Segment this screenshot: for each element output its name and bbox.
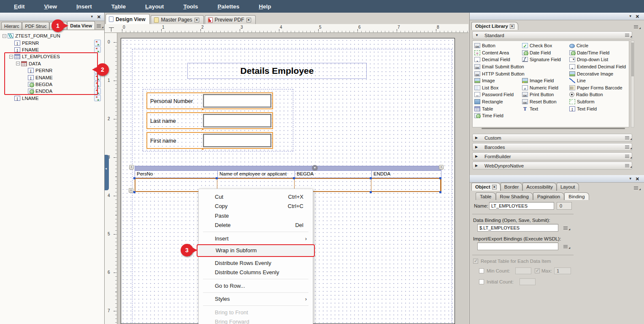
library-item-text-field[interactable]: Text Field: [569, 106, 629, 111]
subtab-binding[interactable]: Binding: [564, 192, 589, 200]
chevron-right-icon[interactable]: ▶: [475, 164, 481, 167]
panel-close-icon[interactable]: ✕: [636, 14, 639, 19]
context-menu-item-distribute-columns-evenly[interactable]: Distribute Columns Evenly: [199, 268, 313, 278]
form-title-text-object[interactable]: Details Employee: [187, 63, 367, 79]
menubar-item-view[interactable]: View: [44, 3, 57, 10]
left-tab-data-view[interactable]: Data View: [67, 21, 95, 30]
data-binding-input[interactable]: $.LT_EMPLOYEES: [477, 224, 558, 232]
library-item-email-submit-button[interactable]: Email Submit Button: [474, 64, 569, 69]
library-item-time-field[interactable]: Time Field: [474, 113, 522, 118]
library-item-numeric-field[interactable]: Numeric Field: [522, 85, 569, 90]
context-menu-item-delete[interactable]: DeleteDel: [199, 221, 313, 230]
panel-menu-arrow-icon[interactable]: ▼: [629, 14, 632, 18]
library-item-password-field[interactable]: Password Field: [474, 92, 522, 97]
library-item-extended-decimal-field[interactable]: Extended Decimal Field: [569, 64, 629, 69]
close-icon[interactable]: ✕: [510, 24, 514, 29]
subtab-pagination[interactable]: Pagination: [533, 192, 564, 200]
tab-layout[interactable]: Layout: [557, 183, 579, 191]
table-grip-icon[interactable]: +: [129, 188, 133, 193]
table-grip-icon[interactable]: +: [129, 165, 134, 170]
selection-handle[interactable]: [133, 191, 135, 193]
context-menu-item-distribute-rows-evenly[interactable]: Distribute Rows Evenly: [199, 258, 313, 268]
table-selection-band[interactable]: + + ▼: [135, 166, 441, 171]
section-standard[interactable]: ▼ Standard: [472, 31, 632, 39]
section-formbuilder[interactable]: ▶FormBuilder: [472, 152, 632, 160]
name-input[interactable]: LT_EMPLOYEES: [489, 202, 554, 210]
library-item-image[interactable]: Image: [474, 78, 522, 83]
library-item-radio-button[interactable]: Radio Button: [569, 92, 629, 97]
tab-object[interactable]: Object✕: [471, 183, 501, 191]
library-item-signature-field[interactable]: Signature Field: [522, 57, 569, 62]
field-input-box[interactable]: [203, 94, 271, 108]
table-grip-icon[interactable]: +: [439, 165, 444, 170]
section-custom[interactable]: ▶Custom: [472, 134, 632, 142]
context-menu-item-insert[interactable]: Insert›: [199, 234, 313, 243]
subtab-table[interactable]: Table: [476, 192, 496, 200]
section-menu-icon[interactable]: [625, 146, 629, 148]
field-personal-number[interactable]: Personal Number▲: [146, 92, 273, 109]
context-menu-item-copy[interactable]: CopyCtrl+C: [199, 202, 313, 211]
section-menu-icon[interactable]: [625, 155, 629, 158]
library-item-rectangle[interactable]: Rectangle: [474, 99, 522, 104]
library-item-date-time-field[interactable]: Date/Time Field: [569, 50, 629, 55]
section-menu-icon[interactable]: [625, 136, 629, 139]
panel-menu-icon[interactable]: [634, 186, 638, 189]
library-item-drop-down-list[interactable]: Drop-down List: [569, 57, 629, 62]
subtab-row-shading[interactable]: Row Shading: [496, 192, 533, 200]
context-menu-item-styles[interactable]: Styles›: [199, 294, 313, 304]
expander-icon[interactable]: −: [3, 34, 6, 38]
selection-handle[interactable]: [370, 191, 372, 193]
panel-menu-icon[interactable]: [634, 25, 638, 28]
panel-menu-arrow-icon[interactable]: ▼: [629, 177, 632, 181]
panel-close-icon[interactable]: ✕: [97, 15, 101, 19]
section-menu-icon[interactable]: [625, 34, 629, 37]
table-header-cell[interactable]: BEGDA: [295, 171, 372, 178]
library-item-content-area[interactable]: Content Area: [474, 50, 522, 55]
doc-tab-master-pages[interactable]: Master Pages✕: [151, 15, 203, 24]
close-icon[interactable]: ✕: [492, 185, 497, 189]
library-item-circle[interactable]: Circle: [569, 43, 629, 48]
library-item-image-field[interactable]: Image Field: [522, 78, 569, 83]
selection-handle[interactable]: [439, 177, 441, 179]
library-horizontal-scrollbar[interactable]: [482, 128, 625, 129]
close-icon[interactable]: ✕: [195, 18, 199, 22]
panel-menu-arrow-icon[interactable]: ▼: [90, 15, 94, 19]
tree-node-lname[interactable]: LNAME◄►: [0, 95, 104, 102]
context-menu-item-wrap-in-subform[interactable]: Wrap in Subform: [200, 246, 312, 256]
binding-dropdown-icon[interactable]: [563, 227, 568, 230]
field-input-box[interactable]: [203, 134, 271, 147]
field-input-box[interactable]: [203, 114, 271, 127]
menubar-item-tools[interactable]: Tools: [183, 3, 198, 10]
menubar-item-layout[interactable]: Layout: [145, 3, 164, 10]
selection-handle[interactable]: [439, 191, 441, 193]
tree-node-pernr[interactable]: PERNR◄►: [0, 39, 104, 46]
library-item-reset-button[interactable]: Reset Button: [522, 99, 569, 104]
field-last-name[interactable]: Last name▲: [146, 112, 273, 129]
chevron-right-icon[interactable]: ▶: [475, 145, 481, 149]
close-icon[interactable]: ✕: [246, 18, 251, 22]
context-menu-item-paste[interactable]: Paste: [199, 211, 313, 221]
design-table[interactable]: + + ▼ PersNoName of employee or applican…: [135, 166, 441, 192]
library-item-line[interactable]: Line: [569, 78, 629, 83]
library-item-print-button[interactable]: Print Button: [522, 92, 569, 97]
menubar-item-table[interactable]: Table: [111, 3, 126, 10]
selection-handle[interactable]: [370, 177, 372, 179]
menubar-item-edit[interactable]: Edit: [14, 3, 25, 10]
section-webdynpronative[interactable]: ▶WebDynproNative: [472, 162, 632, 170]
library-item-check-box[interactable]: Check Box: [522, 43, 569, 48]
section-barcodes[interactable]: ▶Barcodes: [472, 143, 632, 151]
library-item-table[interactable]: Table: [474, 106, 522, 111]
field-first-name[interactable]: First name▲: [146, 132, 273, 149]
library-item-subform[interactable]: Subform: [569, 99, 629, 104]
selection-handle[interactable]: [293, 177, 295, 179]
menubar-item-palettes[interactable]: Palettes: [217, 3, 239, 10]
library-item-decorative-image[interactable]: Decorative Image: [569, 71, 629, 76]
table-header-row[interactable]: PersNoName of employee or applicantBEGDA…: [135, 171, 441, 178]
tab-object-library[interactable]: Object Library ✕: [471, 22, 518, 30]
selection-handle[interactable]: [133, 177, 135, 179]
chevron-right-icon[interactable]: ▶: [475, 136, 481, 140]
chevron-right-icon[interactable]: ▶: [475, 154, 481, 158]
doc-tab-preview-pdf[interactable]: Preview PDF✕: [205, 15, 256, 24]
context-menu-item-go-to-row-[interactable]: Go to Row...: [199, 281, 313, 291]
table-header-cell[interactable]: PersNo: [135, 171, 218, 178]
